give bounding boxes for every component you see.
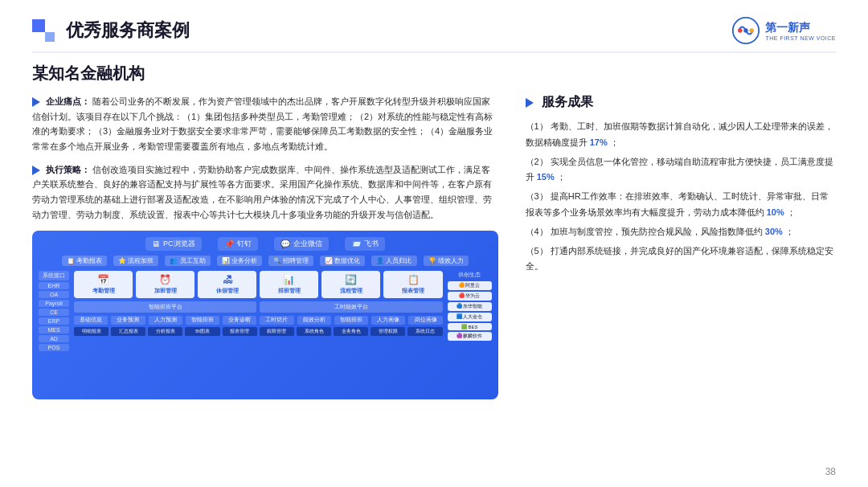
module-overtime-label: 加班管理 — [139, 287, 191, 295]
right-section: 服务成果 （1） 考勤、工时、加班假期等数据计算自动化，减少因人工处理带来的误差… — [518, 94, 836, 399]
result-4-highlight: 30% — [765, 227, 783, 236]
svg-point-3 — [750, 28, 754, 32]
result-title: 服务成果 — [542, 94, 593, 111]
icon-square-2 — [45, 32, 55, 42]
bottom-pos-portrait: 岗位画像 — [408, 316, 442, 325]
result-1-num: （1） — [526, 121, 548, 131]
eco-donghua: 🔵 东华智能 — [448, 302, 492, 311]
weixin-icon: 💬 — [280, 239, 290, 248]
diagram-main-area: 系统接口 EHR OA Payroll CE ERP MES AD POS — [39, 271, 492, 351]
arrow-icon-result — [526, 98, 534, 108]
result-3-suffix: ； — [787, 207, 796, 217]
footer-report-mgmt: 报表管理 — [223, 327, 257, 336]
nav-jiaban: ⭐ 流程加班 — [113, 256, 158, 266]
icon-square-1 — [32, 19, 45, 32]
footer-sys-log: 系统日志 — [407, 327, 442, 336]
tab-pc-label: PC浏览器 — [163, 239, 195, 249]
bottom-eff-analysis: 能效分析 — [297, 316, 331, 325]
eco-kuksoft: 🟣 麒麟软件 — [448, 332, 492, 341]
diagram-header: 🖥 PC浏览器 📌 钉钉 💬 企业微信 📨 飞书 — [39, 237, 492, 251]
eco-aliyun: 🟠 阿里云 — [448, 281, 492, 290]
nav-data: 📈 数据优化 — [320, 256, 365, 266]
footer-mingxi: 明细报表 — [74, 327, 108, 336]
module-process: 🔄 流程管理 — [321, 271, 380, 298]
logo-main-text: 第一新声 — [765, 21, 836, 35]
sys-label-mes: MES — [39, 326, 69, 334]
bottom-biz-predict: 业务预测 — [111, 316, 145, 325]
service-results: 服务成果 （1） 考勤、工时、加班假期等数据计算自动化，减少因人工处理带来的误差… — [526, 94, 836, 275]
arrow-icon-1 — [32, 97, 40, 107]
feishu-icon: 📨 — [351, 239, 361, 248]
bottom-hr-predict: 人力预测 — [149, 316, 182, 325]
footer-sys-role: 系统角色 — [297, 327, 331, 336]
footer-mgmt-row: 明细报表 汇总报表 分析报表 BI图表 报表管理 权限管理 系统角色 业务角色 … — [74, 327, 443, 336]
eco-bes: 🟩 BES — [448, 323, 492, 330]
diag-tab-weixin: 💬 企业微信 — [274, 237, 329, 251]
result-4-suffix: ； — [785, 227, 794, 236]
result-5-text: 打通内部系统链接，并完成良好的国产化环境兼容适配，保障系统稳定安全。 — [526, 246, 833, 272]
sys-label-ce: CE — [39, 309, 69, 316]
dingding-icon: 📌 — [224, 239, 234, 248]
result-1-text: 考勤、工时、加班假期等数据计算自动化，减少因人工处理带来的误差，数据精确度提升 — [526, 121, 833, 147]
tab-dingding-label: 钉钉 — [237, 239, 252, 249]
strategy-paragraph: 执行策略： 信创改造项目实施过程中，劳勤协助客户完成数据库、中间件、操作系统选型… — [32, 162, 498, 223]
module-leave: 🏖 休假管理 — [198, 271, 256, 298]
module-attendance-label: 考勤管理 — [77, 287, 129, 295]
report-icon: 📋 — [387, 274, 439, 285]
nav-perf: 🏆 绩效人力 — [424, 256, 469, 266]
nav-recruit: 🔍 招聘管理 — [268, 256, 313, 266]
header-icon — [32, 19, 55, 42]
diag-tab-feishu: 📨 飞书 — [345, 237, 385, 251]
platform-row: 智能排班平台 工时能效平台 — [74, 301, 443, 313]
strategy-text: 信创改造项目实施过程中，劳勤协助客户完成数据库、中间件、操作系统选型及适配测试工… — [32, 165, 492, 219]
bottom-hr-portrait: 人力画像 — [371, 316, 405, 325]
diag-tab-pc: 🖥 PC浏览器 — [145, 237, 202, 251]
overtime-icon: ⏰ — [139, 274, 191, 285]
nav-employee: 👥 员工互助 — [165, 256, 210, 266]
result-1-suffix: ； — [610, 137, 619, 147]
result-item-2: （2） 实现全员信息一体化管控，移动端自助流程审批方便快捷，员工满意度提升 15… — [526, 154, 836, 186]
module-leave-label: 休假管理 — [201, 287, 253, 295]
nav-business: 📊 业务分析 — [217, 256, 262, 266]
bottom-biz-diag: 业务诊断 — [223, 316, 256, 325]
tab-weixin-label: 企业微信 — [293, 239, 322, 249]
bottom-workhour-slice: 工时切片 — [260, 316, 293, 325]
page-title: 优秀服务商案例 — [66, 18, 190, 43]
header: 优秀服务商案例 第一新声 THE FIRST NEW VOICE — [32, 16, 836, 53]
eco-title: 供创生态 — [448, 271, 492, 279]
sys-label-oa: OA — [39, 291, 69, 298]
result-2-suffix: ； — [557, 172, 566, 182]
eco-column: 供创生态 🟠 阿里云 🔴 华为云 🔵 东华智能 🟦 人大金仓 🟩 BES 🟣 麒… — [448, 271, 492, 351]
page-number: 38 — [825, 466, 836, 477]
bottom-smart-sched: 智能排班 — [186, 316, 219, 325]
eco-huawei: 🔴 华为云 — [448, 292, 492, 301]
bottom-row-1: 基础信息 业务预测 人力预测 智能排班 业务诊断 工时切片 能效分析 智能排班 … — [74, 316, 443, 325]
schedule-icon: 📊 — [263, 274, 315, 285]
diagram-center: 📅 考勤管理 ⏰ 加班管理 🏖 休假管理 — [74, 271, 443, 351]
tab-feishu-label: 飞书 — [364, 239, 379, 249]
result-1-highlight: 17% — [590, 137, 608, 147]
left-section: 企业痛点： 随着公司业务的不断发展，作为资产管理领域中的杰出品牌，客户开展数字化… — [32, 94, 498, 399]
module-schedule-label: 排班管理 — [263, 287, 315, 295]
nav-hr: 👤 人员归比 — [371, 256, 416, 266]
bottom-basic: 基础信息 — [74, 316, 108, 325]
result-4-num: （4） — [526, 227, 548, 236]
module-report: 📋 报表管理 — [383, 271, 442, 298]
result-2-num: （2） — [526, 157, 548, 166]
bottom-smart-sched2: 智能排班 — [334, 316, 368, 325]
result-3-highlight: 10% — [767, 207, 784, 217]
svg-point-2 — [744, 28, 748, 32]
result-items: （1） 考勤、工时、加班假期等数据计算自动化，减少因人工处理带来的误差，数据精确… — [526, 119, 836, 275]
module-process-label: 流程管理 — [325, 287, 377, 295]
footer-huizong: 汇总报表 — [111, 327, 145, 336]
result-item-3: （3） 提高HR工作效率：在排班效率、考勤确认、工时统计、异常审批、日常报表等多… — [526, 189, 836, 221]
sys-label-payroll: Payroll — [39, 300, 69, 307]
result-header: 服务成果 — [526, 94, 836, 111]
result-4-text: 加班与制度管控，预先防控合规风险，风险指数降低约 — [551, 227, 763, 236]
logo-text: 第一新声 THE FIRST NEW VOICE — [765, 21, 836, 41]
process-icon: 🔄 — [325, 274, 377, 285]
eco-renda: 🟦 人大金仓 — [448, 313, 492, 321]
eco-items-list: 🟠 阿里云 🔴 华为云 🔵 东华智能 🟦 人大金仓 🟩 BES 🟣 麒麟软件 — [448, 281, 492, 341]
module-schedule: 📊 排班管理 — [260, 271, 318, 298]
header-left: 优秀服务商案例 — [32, 18, 190, 43]
